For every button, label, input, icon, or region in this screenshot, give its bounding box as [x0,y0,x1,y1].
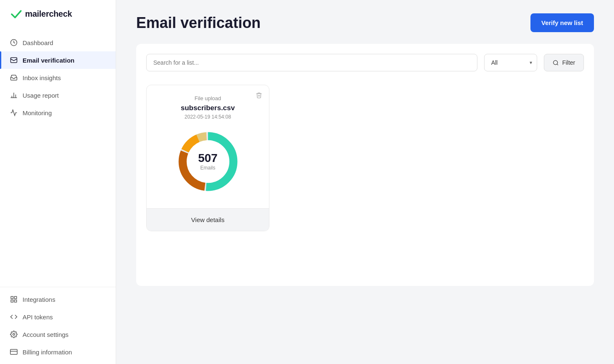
grid-icon [10,296,18,303]
page-header: Email verification Verify new list [116,0,614,44]
card-filename: subscribers.csv [181,104,235,112]
brand-name: mailercheck [25,9,72,19]
chart-icon [10,91,18,99]
svg-rect-1 [11,58,17,63]
envelope-icon [10,56,18,64]
sidebar-item-billing-information[interactable]: Billing information [0,343,116,361]
logo: mailercheck [0,0,116,30]
list-card-body: File upload subscribers.csv 2022-05-19 1… [147,85,269,208]
sidebar-item-billing-information-label: Billing information [23,349,72,356]
email-label: Emails [198,165,218,171]
gear-icon [10,331,18,338]
svg-rect-11 [10,349,18,354]
sidebar-item-usage-report-label: Usage report [23,92,59,99]
email-count: 507 [198,152,218,164]
filter-label: Filter [562,59,575,66]
delete-icon[interactable] [256,92,262,100]
card-date: 2022-05-19 14:54:08 [185,114,231,120]
svg-rect-6 [11,296,13,298]
card-icon [10,348,18,356]
logo-icon [10,10,22,19]
page-title: Email verification [136,14,261,32]
card-type-label: File upload [195,95,221,101]
sidebar-item-api-tokens-label: API tokens [23,313,53,321]
content-area: All File upload API Integration ▾ Filter [116,44,614,364]
main-content: Email verification Verify new list All F… [116,0,614,364]
sidebar-item-account-settings[interactable]: Account settings [0,326,116,343]
svg-rect-9 [15,300,17,302]
svg-point-13 [553,60,558,64]
sidebar-item-inbox-insights[interactable]: Inbox insights [0,69,116,86]
sidebar-item-monitoring-label: Monitoring [23,109,52,116]
donut-center: 507 Emails [198,152,218,171]
svg-point-10 [13,334,15,336]
status-filter-wrapper: All File upload API Integration ▾ [484,54,537,71]
sidebar: mailercheck Dashboard Email verification [0,0,116,364]
svg-rect-8 [11,300,13,302]
gauge-icon [10,39,18,46]
content-card: All File upload API Integration ▾ Filter [136,44,594,286]
svg-line-14 [557,64,558,65]
donut-chart: 507 Emails [175,128,241,195]
view-details-button[interactable]: View details [147,208,269,231]
sidebar-item-dashboard[interactable]: Dashboard [0,34,116,51]
verify-new-list-button[interactable]: Verify new list [530,13,594,32]
sidebar-item-monitoring[interactable]: Monitoring [0,104,116,121]
search-input[interactable] [146,54,477,71]
sidebar-item-account-settings-label: Account settings [23,331,69,338]
status-filter-select[interactable]: All File upload API Integration [484,54,537,71]
svg-rect-7 [15,296,17,298]
filter-icon [553,60,559,66]
sidebar-item-integrations[interactable]: Integrations [0,291,116,308]
activity-icon [10,109,18,116]
sidebar-item-usage-report[interactable]: Usage report [0,86,116,104]
sidebar-item-email-verification[interactable]: Email verification [0,51,116,69]
sidebar-item-inbox-insights-label: Inbox insights [23,74,61,81]
filter-bar: All File upload API Integration ▾ Filter [146,54,584,71]
sidebar-item-integrations-label: Integrations [23,296,55,303]
code-icon [10,313,18,321]
list-card: File upload subscribers.csv 2022-05-19 1… [146,85,269,231]
sidebar-item-api-tokens[interactable]: API tokens [0,308,116,326]
sidebar-item-email-verification-label: Email verification [23,57,74,64]
filter-button[interactable]: Filter [544,54,584,71]
bottom-nav: Integrations API tokens Account settings [0,287,116,364]
inbox-icon [10,74,18,81]
sidebar-item-dashboard-label: Dashboard [23,39,53,46]
main-nav: Dashboard Email verification Inbox insig… [0,30,116,287]
